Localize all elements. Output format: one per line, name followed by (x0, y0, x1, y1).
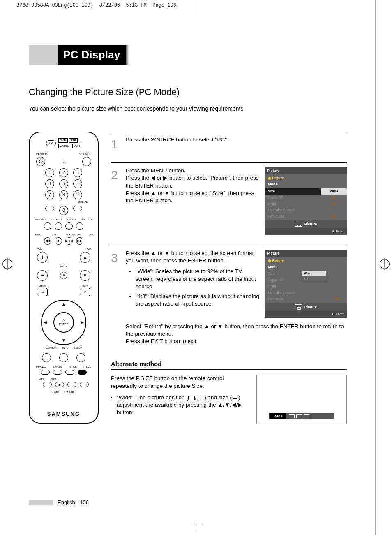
osd-picture-menu-2: Picture ◉ Return Mode Size Digital NR DN… (265, 250, 347, 318)
registration-mark-right (380, 259, 390, 269)
mute-icon: ✕ (60, 272, 67, 279)
remote-tv-label: TV (46, 140, 56, 146)
position-v-icon (198, 396, 204, 400)
picture-tab-icon (295, 304, 302, 309)
step-3: 3 Press the ▲ or ▼ button to select the … (111, 245, 347, 348)
crop-mark-bottom (196, 521, 196, 531)
vol-down-icon: − (37, 270, 48, 281)
ff-icon: ▶▶ (76, 237, 83, 245)
ch-up-icon: ▲ (80, 252, 90, 263)
rewind-icon: ◀◀ (44, 237, 51, 245)
right-arrow-icon: ▶ (163, 175, 168, 181)
alternate-method-section: Alternate method Press the P.SIZE button… (111, 360, 347, 424)
source-button (82, 157, 91, 166)
power-icon: ⏻ (36, 157, 45, 166)
page-footer: English - 106 (29, 499, 89, 506)
section-title: PC Display (58, 45, 126, 65)
picture-tab-icon (295, 222, 302, 227)
pos-icon (289, 414, 295, 418)
step-2: 2 Press the MENU button. Press the ◀ or … (111, 162, 347, 245)
osd-picture-menu-1: Picture ◉ Return Mode SizeWide Digital N… (265, 167, 347, 235)
stop-icon: ■ (55, 237, 62, 245)
page-subhead: Changing the Picture Size (PC Mode) (29, 86, 347, 98)
step-1: 1 Press the SOURCE button to select "PC"… (111, 132, 347, 163)
remote-illustration: TV DVDSTB CABLEVCR POWERSOURCE ⏻ · : · 1… (29, 132, 99, 424)
psize-button-highlight (78, 370, 87, 375)
size-icon (232, 396, 238, 400)
position-h-icon (188, 396, 195, 400)
play-pause-icon: ▶❚❚ (65, 237, 73, 245)
crop-mark-right (375, 0, 376, 535)
crop-mark-top (196, 0, 196, 16)
left-arrow-icon: ◀ (151, 175, 155, 181)
size-icon (304, 414, 309, 418)
down-arrow-icon: ▼ (164, 190, 170, 196)
size-dropdown: Wide 4:3 (302, 271, 326, 282)
section-title-bar: PC Display (29, 45, 347, 65)
print-header: BP68-00588A-03Eng(100~109) 8/22/06 5:13 … (16, 2, 176, 9)
up-arrow-icon: ▲ (151, 190, 156, 196)
intro-text: You can select the picture size which be… (29, 105, 347, 113)
brand-logo: SAMSUNG (47, 410, 80, 418)
nav-pad: ⊙ENTER ▲ ▼ ◀ ▶ (41, 300, 86, 345)
pos-icon (296, 414, 302, 418)
registration-mark-left (2, 259, 12, 269)
ch-down-icon: ▼ (80, 270, 90, 281)
vol-up-icon: + (37, 252, 48, 263)
alternate-osd-preview: Wide (256, 375, 347, 424)
